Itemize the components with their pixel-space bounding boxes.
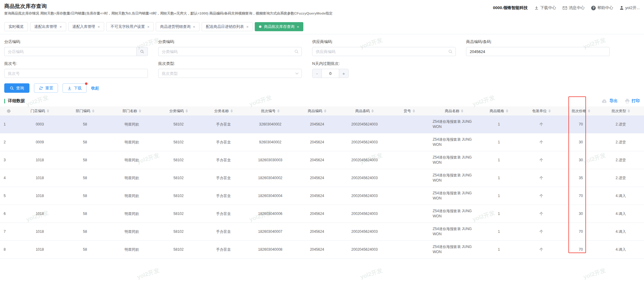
cell-type: 4.调入 [598,229,644,234]
sort-carets-icon[interactable] [506,109,508,112]
sort-carets-icon[interactable] [139,109,141,112]
sort-carets-icon[interactable] [186,109,188,112]
cell-value: 手办盲盒 [216,176,231,181]
cell-value: 1 [498,247,500,252]
branch-code-input[interactable] [4,47,136,56]
table-row[interactable]: 8101858明星同款58102手办盲盒18260304000820456242… [0,241,644,259]
gear-icon[interactable] [6,109,11,113]
cell-spec: 1 [479,176,519,180]
tab-close-icon[interactable]: × [60,25,62,29]
watermark-text: yol2开发 [582,266,607,281]
column-header: 分类编码 [156,109,201,114]
search-icon[interactable] [448,49,453,54]
cell-unit: 个 [519,122,564,127]
cloud-download-icon [601,99,608,103]
cell-batch_no: 32603040002 [246,122,295,126]
cell-value: Z54迷你海报套装 JUNG WON [433,244,478,255]
print-label: 打印 [632,98,640,104]
tab-active[interactable]: 商品批次库存查询× [255,22,303,31]
sort-carets-icon[interactable] [92,109,94,112]
stepper-plus-button[interactable]: + [339,69,348,78]
cell-value: 个 [540,140,543,145]
column-header: 分类名称 [201,109,246,114]
sort-carets-icon[interactable] [413,109,415,112]
tab-close-icon[interactable]: × [246,25,249,29]
table-row[interactable]: 3101858明星同款58102手办盲盒18260303000320456242… [0,151,644,169]
cell-index: 4 [0,176,17,180]
reset-button[interactable]: 重置 [34,83,58,93]
sort-carets-icon[interactable] [461,109,463,112]
help-center-link[interactable]: 帮助中心 [591,5,613,11]
expire-days-value[interactable]: 0 [322,69,339,78]
print-button[interactable]: 打印 [625,98,640,104]
cell-dept_name: 明星同款 [107,247,156,252]
printer-icon [625,99,630,103]
cell-spec: 1 [479,212,519,216]
supplier-code-input[interactable] [312,47,456,56]
tab-5[interactable]: 配送商品日进销存列表× [202,22,253,31]
tab-close-icon[interactable]: × [193,25,195,29]
branch-code-search-button[interactable] [136,47,148,56]
sort-carets-icon[interactable] [324,109,326,112]
table-row[interactable]: 6101858明星同款58102手办盲盒18260304000620456242… [0,205,644,223]
cell-value: 182603030003 [258,158,282,162]
cell-unit: 个 [519,176,564,181]
cell-cat_code: 58102 [156,140,201,144]
cell-value: 2002045624003 [351,247,378,252]
tab-label: 退配入库管理 [73,24,95,29]
tab-close-icon[interactable]: × [147,25,150,29]
section-header: 详细数据 导出 打印 [0,96,644,106]
sort-carets-icon[interactable] [277,109,280,112]
query-button[interactable]: 查询 [4,83,29,93]
table-row[interactable]: 5101858明星同款58102手办盲盒18260304000420456242… [0,187,644,205]
category-code-input[interactable] [158,47,302,56]
cell-value: Z54迷你海报套装 JUNG WON [433,191,478,201]
product-code-input[interactable] [466,47,610,56]
cell-store: 0003 [17,122,63,126]
tab-close-icon[interactable]: × [297,25,299,29]
batch-type-select[interactable] [158,69,302,78]
user-menu[interactable]: yol2开... [620,5,640,11]
cell-value: 3 [4,158,6,162]
cell-value: 58102 [173,158,183,162]
sort-carets-icon[interactable] [588,109,590,112]
table-row[interactable]: 1000358明星同款58102手办盲盒32603040002204562420… [0,115,644,133]
sort-carets-icon[interactable] [628,109,630,112]
export-button[interactable]: 导出 [601,98,618,104]
tab-2[interactable]: 退配入库管理× [68,22,104,31]
search-icon[interactable] [294,49,299,54]
sort-carets-icon[interactable] [548,109,551,112]
batch-no-input[interactable] [4,69,148,78]
cell-value: 明星同款 [124,229,139,234]
tab-close-icon[interactable]: × [98,25,100,29]
column-header: 货号 [390,109,429,114]
collapse-link[interactable]: 收起 [91,85,99,91]
cell-value: 1 [498,194,500,198]
sort-carets-icon[interactable] [230,109,233,112]
table-row[interactable]: 4101858明星同款58102手办盲盒18260304000220456242… [0,169,644,187]
cell-prod_code: 2045624 [295,247,339,252]
cell-value: 2002045624003 [351,194,378,198]
cell-value: 1018 [36,194,44,198]
download-button[interactable]: 下载 [63,83,87,93]
cell-type: 2.进货 [598,158,644,163]
tab-4[interactable]: 商品进货明细查询× [156,22,199,31]
sort-carets-icon[interactable] [371,109,374,112]
cell-spec: 1 [479,122,519,126]
tab-1[interactable]: 退配出库管理× [30,22,66,31]
sort-carets-icon[interactable] [47,109,49,112]
user-label: yol2开... [625,5,640,11]
message-center-link[interactable]: 消息中心 [563,5,584,11]
tab-3[interactable]: 不可见字段用户设置× [106,22,154,31]
table-row[interactable]: 2000958明星同款58102手办盲盒92603040002204562420… [0,133,644,151]
cell-value: 2.进货 [615,122,626,127]
cell-prod_code: 2045624 [295,122,339,126]
download-center-link[interactable]: 下载中心 [534,5,556,11]
cell-value: 58 [83,122,87,126]
branch-code-label: 分店编码: [4,39,148,45]
cell-dept_code: 58 [63,122,107,126]
cell-value: 明星同款 [124,211,139,216]
stepper-minus-button[interactable]: - [312,69,322,78]
table-row[interactable]: 7101858明星同款58102手办盲盒18260304000720456242… [0,223,644,241]
tab-0[interactable]: 实时概览 [4,22,28,31]
